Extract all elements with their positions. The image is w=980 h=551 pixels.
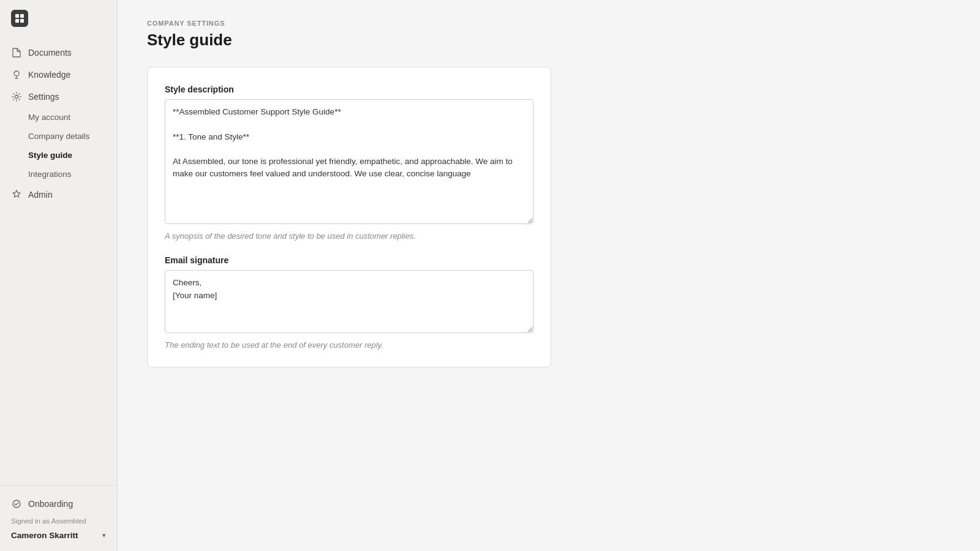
breadcrumb: COMPANY SETTINGS (147, 20, 951, 27)
sidebar-item-knowledge[interactable]: Knowledge (0, 64, 117, 86)
signed-in-label: Signed in as Assembled (0, 515, 117, 527)
logo-area (0, 0, 117, 37)
style-description-group: Style description **Assembled Customer S… (165, 84, 533, 241)
settings-icon (11, 91, 22, 102)
svg-point-4 (14, 71, 19, 76)
sidebar-item-settings[interactable]: Settings (0, 86, 117, 108)
svg-point-5 (15, 96, 18, 99)
app-logo (11, 10, 28, 27)
svg-rect-1 (20, 14, 24, 18)
sidebar-item-onboarding-label: Onboarding (28, 499, 73, 509)
sidebar-bottom: Onboarding Signed in as Assembled Camero… (0, 485, 117, 551)
email-signature-group: Email signature Cheers, [Your name] The … (165, 255, 533, 350)
documents-icon (11, 47, 22, 58)
svg-rect-2 (15, 19, 19, 23)
user-name: Cameron Skarritt (11, 531, 97, 540)
sidebar-item-my-account-label: My account (28, 113, 70, 122)
sidebar-item-admin[interactable]: Admin (0, 184, 117, 206)
sidebar-item-admin-label: Admin (28, 190, 53, 200)
svg-point-6 (13, 500, 20, 508)
sidebar-item-my-account[interactable]: My account (0, 108, 117, 127)
sidebar-item-knowledge-label: Knowledge (28, 70, 70, 80)
style-description-hint: A synopsis of the desired tone and style… (165, 231, 533, 241)
onboarding-icon (11, 498, 22, 509)
main-content: COMPANY SETTINGS Style guide Style descr… (118, 0, 980, 551)
sidebar-item-style-guide-label: Style guide (28, 151, 72, 160)
sidebar-item-onboarding[interactable]: Onboarding (0, 493, 117, 515)
sidebar: Documents Knowledge Settings (0, 0, 118, 551)
settings-card: Style description **Assembled Customer S… (147, 67, 551, 367)
sidebar-item-style-guide[interactable]: Style guide (0, 146, 117, 165)
svg-rect-0 (15, 14, 19, 18)
email-signature-label: Email signature (165, 255, 533, 265)
sidebar-item-integrations-label: Integrations (28, 170, 72, 179)
chevron-down-icon: ▾ (102, 531, 106, 539)
email-signature-hint: The ending text to be used at the end of… (165, 340, 533, 350)
admin-icon (11, 189, 22, 200)
style-description-textarea[interactable]: **Assembled Customer Support Style Guide… (165, 99, 533, 224)
sidebar-item-company-details[interactable]: Company details (0, 127, 117, 146)
sidebar-item-company-details-label: Company details (28, 132, 90, 141)
email-signature-textarea[interactable]: Cheers, [Your name] (165, 270, 533, 333)
knowledge-icon (11, 69, 22, 80)
sidebar-item-integrations[interactable]: Integrations (0, 165, 117, 184)
svg-rect-3 (20, 19, 24, 23)
main-nav: Documents Knowledge Settings (0, 37, 117, 485)
sidebar-item-documents[interactable]: Documents (0, 42, 117, 64)
page-title: Style guide (147, 31, 951, 50)
user-menu[interactable]: Cameron Skarritt ▾ (0, 527, 117, 544)
sidebar-item-documents-label: Documents (28, 48, 72, 58)
sidebar-item-settings-label: Settings (28, 92, 59, 102)
style-description-label: Style description (165, 84, 533, 94)
